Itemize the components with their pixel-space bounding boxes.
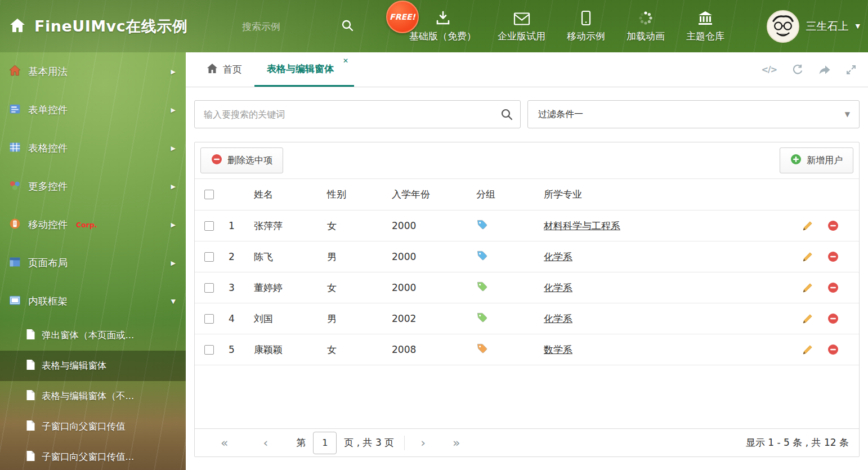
share-forward-icon[interactable] xyxy=(818,64,831,76)
sidebar-item-iframe[interactable]: 内联框架 ▼ xyxy=(0,282,186,320)
avatar xyxy=(767,10,799,43)
cell-year: 2000 xyxy=(392,251,476,262)
user-name: 三生石上 xyxy=(806,19,849,34)
sidebar-subitem-label: 表格与编辑窗体（不... xyxy=(42,390,134,402)
sidebar-subitem-child-to-parent-2[interactable]: 子窗口向父窗口传值... xyxy=(0,442,186,470)
sidebar-subitem-grid-edit-window[interactable]: 表格与编辑窗体 xyxy=(0,351,186,381)
tab-grid-edit-window[interactable]: 表格与编辑窗体 ✕ xyxy=(254,52,354,87)
phone-icon xyxy=(9,218,21,232)
sidebar-item-mobile-controls[interactable]: 移动控件 Corp. ▶ xyxy=(0,205,186,244)
file-icon xyxy=(26,450,35,464)
nav-item-basic-edition[interactable]: 基础版（免费） xyxy=(409,10,476,43)
row-checkbox[interactable] xyxy=(204,314,214,324)
record-summary: 显示 1 - 5 条 , 共 12 条 xyxy=(746,436,849,449)
sidebar-item-form-controls[interactable]: 表单控件 ▶ xyxy=(0,91,186,129)
edit-pencil-icon[interactable] xyxy=(802,344,813,355)
home-tab-icon xyxy=(207,63,218,76)
sidebar-item-page-layout[interactable]: 页面布局 ▶ xyxy=(0,244,186,282)
next-page-icon[interactable]: › xyxy=(420,437,426,449)
nav-item-loading-animation[interactable]: 加载动画 xyxy=(627,10,665,43)
sidebar-subitem-popup-window[interactable]: 弹出窗体（本页面或... xyxy=(0,320,186,351)
cell-name: 刘国 xyxy=(254,312,327,325)
row-checkbox[interactable] xyxy=(204,345,214,355)
brand[interactable]: FineUIMvc在线示例 xyxy=(9,0,187,52)
cell-gender: 男 xyxy=(327,250,392,263)
sidebar-subitem-child-to-parent[interactable]: 子窗口向父窗口传值 xyxy=(0,411,186,442)
chevron-right-icon: ▶ xyxy=(171,106,176,114)
sidebar-subitem-label: 子窗口向父窗口传值... xyxy=(42,451,134,463)
delete-selected-label: 删除选中项 xyxy=(227,155,272,167)
sidebar-item-label: 更多控件 xyxy=(28,180,68,193)
chevron-right-icon: ▶ xyxy=(171,145,176,152)
sidebar-subitem-label: 子窗口向父窗口传值 xyxy=(42,420,126,433)
house-icon xyxy=(9,65,21,79)
delete-row-icon[interactable] xyxy=(827,344,839,355)
column-header-year[interactable]: 入学年份 xyxy=(392,188,476,201)
major-link[interactable]: 化学系 xyxy=(544,282,572,293)
delete-row-icon[interactable] xyxy=(827,313,839,324)
cell-gender: 女 xyxy=(327,220,392,232)
nav-item-theme-repo[interactable]: 主题仓库 xyxy=(686,10,724,43)
edit-pencil-icon[interactable] xyxy=(802,251,813,262)
nav-item-mobile-demo[interactable]: 移动示例 xyxy=(567,10,605,43)
row-checkbox[interactable] xyxy=(204,252,214,262)
chevron-down-icon: ▼ xyxy=(171,298,176,305)
column-header-name[interactable]: 姓名 xyxy=(254,188,327,201)
table-row: 4 刘国 男 2002 化学系 xyxy=(195,303,859,334)
header-search-input[interactable] xyxy=(242,21,326,32)
keyword-search-input[interactable] xyxy=(194,100,521,128)
delete-row-icon[interactable] xyxy=(827,251,839,262)
sidebar-item-basic-usage[interactable]: 基本用法 ▶ xyxy=(0,52,186,91)
column-header-gender[interactable]: 性别 xyxy=(327,188,392,201)
edit-pencil-icon[interactable] xyxy=(802,313,813,324)
first-page-icon[interactable]: « xyxy=(221,437,228,449)
prev-page-icon[interactable]: ‹ xyxy=(263,437,268,449)
select-all-checkbox[interactable] xyxy=(204,190,214,199)
sidebar-item-more-controls[interactable]: 更多控件 ▶ xyxy=(0,167,186,205)
caret-down-icon: ▼ xyxy=(856,23,860,30)
table-row: 1 张萍萍 女 2000 材料科学与工程系 xyxy=(195,211,859,241)
user-menu[interactable]: 三生石上 ▼ xyxy=(767,0,860,52)
row-checkbox[interactable] xyxy=(204,283,214,293)
page-number-input[interactable] xyxy=(313,432,337,454)
sidebar-item-grid-controls[interactable]: 表格控件 ▶ xyxy=(0,129,186,167)
cell-year: 2000 xyxy=(392,220,476,231)
minus-circle-icon xyxy=(211,154,222,167)
expand-icon[interactable] xyxy=(845,64,857,75)
source-code-icon[interactable]: </> xyxy=(761,65,777,75)
filter-dropdown[interactable]: 过滤条件一 ▼ xyxy=(527,100,860,128)
sidebar-item-label: 基本用法 xyxy=(28,65,68,78)
refresh-icon[interactable] xyxy=(791,64,804,76)
row-checkbox[interactable] xyxy=(204,221,214,231)
filter-dropdown-value: 过滤条件一 xyxy=(538,109,583,120)
column-header-major[interactable]: 所学专业 xyxy=(544,188,791,201)
add-user-button[interactable]: 新增用户 xyxy=(780,147,853,173)
delete-row-icon[interactable] xyxy=(827,282,839,293)
close-icon[interactable]: ✕ xyxy=(343,57,348,65)
major-link[interactable]: 化学系 xyxy=(544,251,572,262)
top-header: FineUIMvc在线示例 FREE! 基础版（免费） 企业版试用 xyxy=(0,0,868,52)
major-link[interactable]: 材料科学与工程系 xyxy=(544,220,620,231)
edit-pencil-icon[interactable] xyxy=(802,282,813,293)
major-link[interactable]: 数学系 xyxy=(544,344,572,355)
tag-icon xyxy=(476,219,488,233)
add-user-label: 新增用户 xyxy=(807,155,843,167)
nav-item-enterprise-trial[interactable]: 企业版试用 xyxy=(498,10,545,43)
major-link[interactable]: 化学系 xyxy=(544,313,572,324)
cell-year: 2000 xyxy=(392,282,476,293)
column-header-group[interactable]: 分组 xyxy=(476,188,544,201)
delete-selected-button[interactable]: 删除选中项 xyxy=(200,147,283,173)
table-row: 2 陈飞 男 2000 化学系 xyxy=(195,241,859,272)
app-root: FineUIMvc在线示例 FREE! 基础版（免费） 企业版试用 xyxy=(0,0,868,470)
cell-name: 董婷婷 xyxy=(254,281,327,294)
search-icon[interactable] xyxy=(341,19,354,34)
edit-pencil-icon[interactable] xyxy=(802,220,813,231)
delete-row-icon[interactable] xyxy=(827,220,839,231)
search-icon[interactable] xyxy=(500,108,513,123)
row-index: 1 xyxy=(229,220,254,231)
tab-label: 表格与编辑窗体 xyxy=(267,62,334,75)
sidebar-subitem-grid-edit-window-2[interactable]: 表格与编辑窗体（不... xyxy=(0,381,186,411)
last-page-icon[interactable]: » xyxy=(453,437,460,449)
app-title: FineUIMvc在线示例 xyxy=(34,16,187,37)
tab-home[interactable]: 首页 xyxy=(194,52,254,87)
